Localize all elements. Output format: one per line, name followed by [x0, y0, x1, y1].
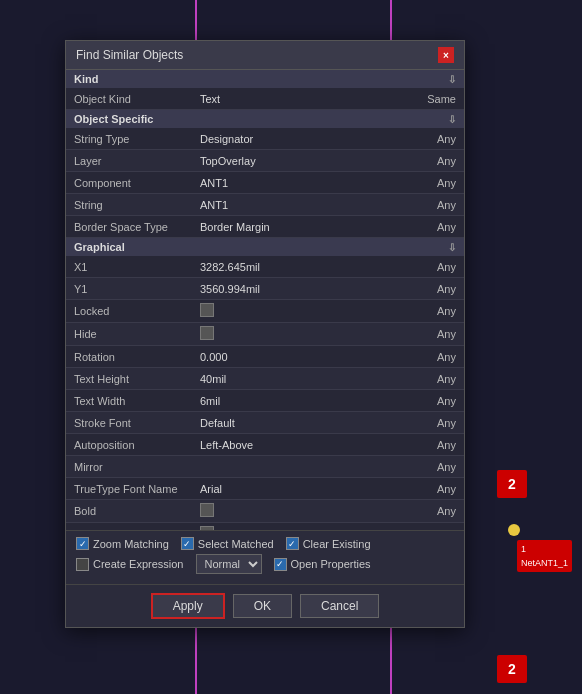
any-y1[interactable]: Any [404, 280, 464, 298]
any-autoposition[interactable]: Any [404, 436, 464, 454]
row-stroke-font: Stroke Font Default Any [66, 412, 464, 434]
section-obj-specific-label: Object Specific [74, 113, 153, 125]
label-string-type: String Type [66, 130, 196, 148]
dialog-close-button[interactable]: × [438, 47, 454, 63]
value-stroke-font: Default [196, 414, 404, 432]
label-truetype-font: TrueType Font Name [66, 480, 196, 498]
row-string-type: String Type Designator Any [66, 128, 464, 150]
checkbox-locked[interactable] [200, 303, 214, 317]
checkbox-hide[interactable] [200, 326, 214, 340]
row-autoposition: Autoposition Left-Above Any [66, 434, 464, 456]
section-kind-label: Kind [74, 73, 98, 85]
value-rotation: 0.000 [196, 348, 404, 366]
value-locked[interactable] [196, 300, 404, 322]
any-x1[interactable]: Any [404, 258, 464, 276]
label-italic: Italic [66, 525, 196, 530]
any-component[interactable]: Any [404, 174, 464, 192]
any-italic[interactable]: Any [404, 525, 464, 530]
any-hide[interactable]: Any [404, 325, 464, 343]
any-stroke-font[interactable]: Any [404, 414, 464, 432]
mode-dropdown[interactable]: Normal Any Same [196, 554, 262, 574]
label-object-kind: Object Kind [66, 90, 196, 108]
value-x1: 3282.645mil [196, 258, 404, 276]
section-obj-specific-arrow[interactable]: ⇩ [448, 114, 456, 125]
row-italic: Italic Any [66, 523, 464, 530]
open-properties-checkbox[interactable] [274, 558, 287, 571]
apply-button[interactable]: Apply [151, 593, 225, 619]
any-mirror[interactable]: Any [404, 458, 464, 476]
label-layer: Layer [66, 152, 196, 170]
label-x1: X1 [66, 258, 196, 276]
bg-badge-1: 2 [497, 470, 527, 498]
any-truetype-font[interactable]: Any [404, 480, 464, 498]
value-bold[interactable] [196, 500, 404, 522]
value-string: ANT1 [196, 196, 404, 214]
section-graphical-arrow[interactable]: ⇩ [448, 242, 456, 253]
row-border-space-type: Border Space Type Border Margin Any [66, 216, 464, 238]
row-object-kind: Object Kind Text Same [66, 88, 464, 110]
checkbox-italic[interactable] [200, 526, 214, 530]
row-string: String ANT1 Any [66, 194, 464, 216]
section-kind-arrow[interactable]: ⇩ [448, 74, 456, 85]
bg-badge-2: 2 [497, 655, 527, 683]
row-truetype-font: TrueType Font Name Arial Any [66, 478, 464, 500]
open-properties-label: Open Properties [291, 558, 371, 570]
cancel-button[interactable]: Cancel [300, 594, 379, 618]
create-expression-option[interactable]: Create Expression [76, 558, 184, 571]
any-layer[interactable]: Any [404, 152, 464, 170]
clear-existing-option[interactable]: Clear Existing [286, 537, 371, 550]
any-locked[interactable]: Any [404, 302, 464, 320]
any-text-width[interactable]: Any [404, 392, 464, 410]
row-y1: Y1 3560.994mil Any [66, 278, 464, 300]
any-string[interactable]: Any [404, 196, 464, 214]
row-x1: X1 3282.645mil Any [66, 256, 464, 278]
bg-net-label: 1NetANT1_1 [517, 540, 572, 572]
label-rotation: Rotation [66, 348, 196, 366]
label-bold: Bold [66, 502, 196, 520]
create-expression-label: Create Expression [93, 558, 184, 570]
any-rotation[interactable]: Any [404, 348, 464, 366]
row-locked: Locked Any [66, 300, 464, 323]
row-hide: Hide Any [66, 323, 464, 346]
any-object-kind[interactable]: Same [404, 90, 464, 108]
label-y1: Y1 [66, 280, 196, 298]
open-properties-option[interactable]: Open Properties [274, 558, 371, 571]
row-text-width: Text Width 6mil Any [66, 390, 464, 412]
value-hide[interactable] [196, 323, 404, 345]
any-string-type[interactable]: Any [404, 130, 464, 148]
value-italic[interactable] [196, 523, 404, 530]
row-component: Component ANT1 Any [66, 172, 464, 194]
any-bold[interactable]: Any [404, 502, 464, 520]
dialog-buttons: Apply OK Cancel [66, 584, 464, 627]
value-component: ANT1 [196, 174, 404, 192]
label-hide: Hide [66, 325, 196, 343]
any-border-space-type[interactable]: Any [404, 218, 464, 236]
zoom-matching-label: Zoom Matching [93, 538, 169, 550]
properties-table: Kind ⇩ Object Kind Text Same Object Spec… [66, 70, 464, 530]
footer-options: Zoom Matching Select Matched Clear Exist… [66, 530, 464, 584]
label-border-space-type: Border Space Type [66, 218, 196, 236]
label-stroke-font: Stroke Font [66, 414, 196, 432]
create-expression-checkbox[interactable] [76, 558, 89, 571]
footer-row1: Zoom Matching Select Matched Clear Exist… [76, 537, 454, 550]
any-text-height[interactable]: Any [404, 370, 464, 388]
label-text-width: Text Width [66, 392, 196, 410]
select-matched-label: Select Matched [198, 538, 274, 550]
row-text-height: Text Height 40mil Any [66, 368, 464, 390]
zoom-matching-option[interactable]: Zoom Matching [76, 537, 169, 550]
section-graphical-header: Graphical ⇩ [66, 238, 464, 256]
select-matched-checkbox[interactable] [181, 537, 194, 550]
label-locked: Locked [66, 302, 196, 320]
find-similar-objects-dialog: Find Similar Objects × Kind ⇩ Object Kin… [65, 40, 465, 628]
checkbox-bold[interactable] [200, 503, 214, 517]
row-mirror: Mirror Any [66, 456, 464, 478]
zoom-matching-checkbox[interactable] [76, 537, 89, 550]
label-string: String [66, 196, 196, 214]
value-string-type: Designator [196, 130, 404, 148]
select-matched-option[interactable]: Select Matched [181, 537, 274, 550]
clear-existing-checkbox[interactable] [286, 537, 299, 550]
ok-button[interactable]: OK [233, 594, 292, 618]
row-bold: Bold Any [66, 500, 464, 523]
value-truetype-font: Arial [196, 480, 404, 498]
label-autoposition: Autoposition [66, 436, 196, 454]
